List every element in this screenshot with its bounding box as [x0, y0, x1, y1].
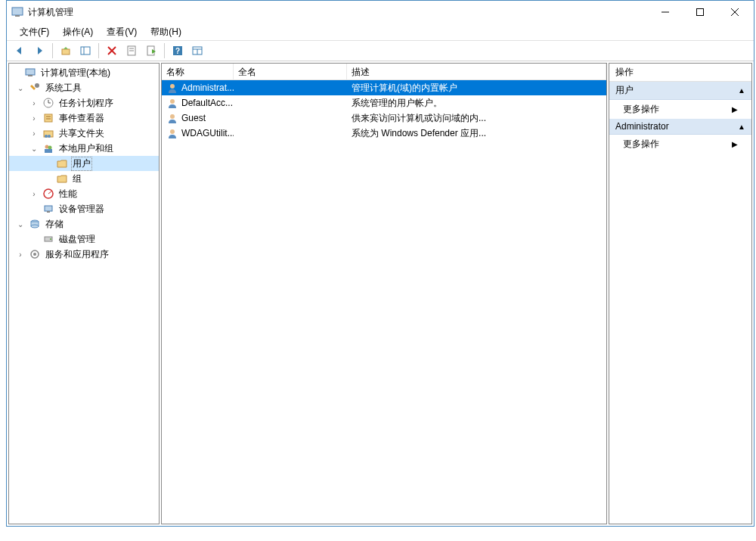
svg-rect-1 — [15, 15, 20, 17]
folder-icon — [56, 173, 68, 185]
action-more-2[interactable]: 更多操作 ▶ — [609, 135, 751, 154]
cell-name: DefaultAcc... — [181, 98, 233, 108]
action-section-administrator[interactable]: Administrator ▲ — [609, 119, 751, 135]
tree-panel[interactable]: ▸ 计算机管理(本地) ⌄ 系统工具 › 任务计划程序 › 事件查看器 › — [8, 63, 160, 524]
tree-storage[interactable]: ⌄ 存储 — [9, 216, 159, 232]
action-item-label: 更多操作 — [623, 103, 659, 116]
tree-label: 共享文件夹 — [57, 127, 106, 140]
action-section-label: Administrator — [615, 121, 669, 132]
svg-point-50 — [170, 84, 175, 89]
tree-shared-folders[interactable]: › 共享文件夹 — [9, 126, 159, 141]
list-header: 名称 全名 描述 — [162, 64, 606, 80]
forward-button[interactable] — [31, 42, 48, 59]
close-button[interactable] — [717, 1, 752, 23]
tree-root[interactable]: ▸ 计算机管理(本地) — [9, 65, 159, 80]
maximize-button[interactable] — [683, 1, 717, 23]
svg-rect-38 — [45, 149, 52, 153]
show-hide-tree-button[interactable] — [77, 42, 94, 59]
svg-rect-41 — [45, 206, 52, 211]
export-button[interactable] — [143, 42, 160, 59]
tree-label: 本地用户和组 — [57, 142, 115, 155]
device-icon — [42, 203, 54, 215]
chevron-up-icon: ▲ — [738, 123, 745, 131]
list-row[interactable]: DefaultAcc... 系统管理的用户帐户。 — [162, 95, 606, 110]
menubar: 文件(F) 操作(A) 查看(V) 帮助(H) — [7, 23, 754, 40]
svg-text:?: ? — [175, 47, 180, 55]
tree-groups[interactable]: › 组 — [9, 171, 159, 186]
expand-icon[interactable]: › — [29, 99, 39, 107]
properties-button[interactable] — [123, 42, 140, 59]
delete-button[interactable] — [104, 42, 120, 59]
expand-icon[interactable]: › — [29, 190, 39, 198]
action-more-1[interactable]: 更多操作 ▶ — [609, 100, 751, 119]
tree-performance[interactable]: › 性能 — [9, 186, 159, 201]
svg-point-37 — [48, 146, 52, 150]
svg-marker-6 — [17, 47, 21, 54]
window-title: 计算机管理 — [28, 6, 648, 19]
svg-point-47 — [50, 238, 51, 240]
tree-label: 组 — [71, 173, 83, 185]
tree-label: 服务和应用程序 — [44, 248, 110, 261]
expand-icon[interactable]: › — [15, 250, 26, 259]
list-body: Administrat... 管理计算机(域)的内置帐户 DefaultAcc.… — [162, 80, 606, 524]
svg-point-45 — [31, 225, 39, 228]
computer-icon — [24, 67, 36, 79]
tree-label: 设备管理器 — [57, 203, 106, 216]
action-panel: 操作 用户 ▲ 更多操作 ▶ Administrator ▲ 更多操作 ▶ — [609, 63, 752, 524]
collapse-icon[interactable]: ⌄ — [29, 145, 39, 153]
disk-icon — [42, 233, 54, 245]
action-section-users[interactable]: 用户 ▲ — [609, 82, 751, 100]
window-controls — [648, 1, 752, 23]
column-description[interactable]: 描述 — [347, 64, 606, 79]
chevron-right-icon: ▶ — [732, 140, 738, 148]
shared-folder-icon — [42, 127, 54, 139]
svg-rect-0 — [12, 8, 23, 15]
list-row[interactable]: WDAGUtilit... 系统为 Windows Defender 应用... — [162, 126, 606, 141]
menu-help[interactable]: 帮助(H) — [144, 24, 188, 40]
performance-icon — [42, 188, 54, 200]
users-icon — [42, 142, 54, 154]
tree-services-apps[interactable]: › 服务和应用程序 — [9, 247, 159, 262]
svg-rect-8 — [62, 49, 70, 54]
expand-icon[interactable]: › — [29, 114, 39, 123]
tree-task-scheduler[interactable]: › 任务计划程序 — [9, 95, 159, 110]
svg-rect-3 — [697, 9, 704, 16]
minimize-button[interactable] — [648, 1, 683, 23]
event-icon — [42, 112, 54, 124]
tree-local-users-groups[interactable]: ⌄ 本地用户和组 — [9, 141, 159, 156]
toolbar-separator — [98, 43, 99, 58]
action-header: 操作 — [609, 64, 751, 82]
menu-view[interactable]: 查看(V) — [100, 24, 144, 40]
cell-description: 系统为 Windows Defender 应用... — [347, 127, 606, 140]
svg-point-53 — [170, 129, 175, 134]
titlebar[interactable]: 计算机管理 — [7, 1, 754, 23]
list-row[interactable]: Guest 供来宾访问计算机或访问域的内... — [162, 110, 606, 126]
services-icon — [29, 248, 41, 260]
cell-name: Guest — [181, 113, 206, 123]
tree-disk-management[interactable]: › 磁盘管理 — [9, 232, 159, 247]
svg-point-35 — [48, 135, 51, 138]
collapse-icon[interactable]: ⌄ — [15, 84, 26, 92]
expand-icon[interactable]: › — [29, 129, 39, 138]
tree-device-manager[interactable]: › 设备管理器 — [9, 201, 159, 216]
view-button[interactable] — [189, 42, 206, 59]
column-name[interactable]: 名称 — [162, 64, 234, 79]
menu-action[interactable]: 操作(A) — [56, 24, 100, 40]
cell-name: Administrat... — [181, 82, 234, 93]
tree-system-tools[interactable]: ⌄ 系统工具 — [9, 80, 159, 95]
help-button[interactable]: ? — [169, 42, 186, 59]
column-fullname[interactable]: 全名 — [234, 64, 347, 79]
cell-name: WDAGUtilit... — [181, 128, 234, 138]
menu-file[interactable]: 文件(F) — [13, 24, 56, 40]
tree-event-viewer[interactable]: › 事件查看器 — [9, 110, 159, 126]
list-row[interactable]: Administrat... 管理计算机(域)的内置帐户 — [162, 80, 606, 95]
back-button[interactable] — [11, 42, 28, 59]
collapse-icon[interactable]: ⌄ — [15, 220, 26, 229]
tools-icon — [29, 82, 41, 94]
cell-description: 管理计算机(域)的内置帐户 — [347, 82, 606, 95]
up-button[interactable] — [57, 42, 74, 59]
tree-users[interactable]: › 用户 — [9, 156, 159, 171]
cell-description: 系统管理的用户帐户。 — [347, 97, 606, 110]
toolbar-separator — [164, 43, 165, 58]
list-panel[interactable]: 名称 全名 描述 Administrat... 管理计算机(域)的内置帐户 D — [161, 63, 607, 524]
